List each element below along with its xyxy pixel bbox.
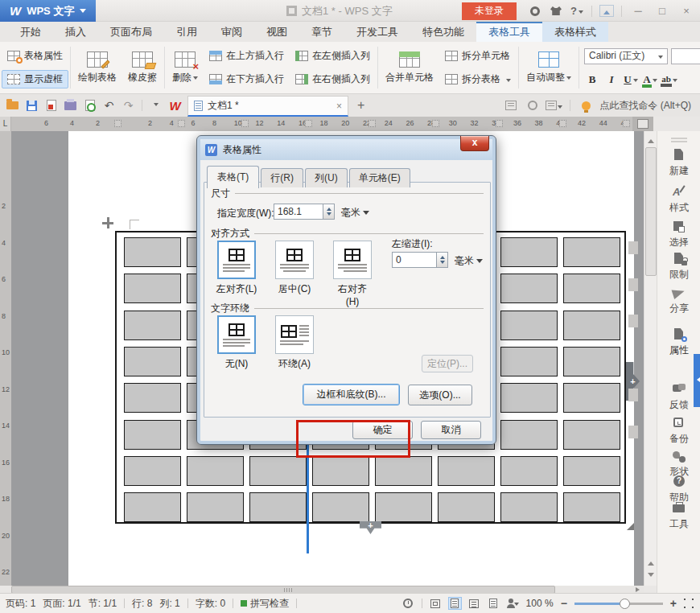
italic-button[interactable]: I bbox=[603, 72, 620, 88]
table-cell[interactable] bbox=[187, 492, 244, 522]
menu-tab-table-style[interactable]: 表格样式 bbox=[542, 22, 608, 42]
merge-cells-button[interactable]: 合并单元格 bbox=[380, 44, 439, 91]
scroll-up-icon[interactable] bbox=[645, 133, 657, 146]
eraser-button[interactable]: 橡皮擦 bbox=[122, 44, 163, 91]
sidebar-item-share[interactable]: 分享 bbox=[657, 286, 700, 315]
table-cell[interactable] bbox=[249, 492, 307, 522]
indent-input[interactable]: 0 bbox=[392, 252, 437, 268]
table-cell[interactable] bbox=[500, 492, 558, 522]
minimize-button[interactable]: ─ bbox=[628, 4, 649, 19]
ruler-toggle-icon[interactable] bbox=[632, 117, 653, 131]
collapse-ribbon-icon[interactable] bbox=[598, 3, 616, 19]
wps-home-icon[interactable]: W bbox=[167, 97, 183, 114]
find-command-hint[interactable]: 点此查找命令 (Alt+Q) bbox=[599, 99, 691, 113]
next-page-icon[interactable] bbox=[645, 570, 657, 582]
underline-button[interactable]: U bbox=[623, 72, 639, 88]
table-cell[interactable] bbox=[500, 456, 558, 486]
table-cell[interactable] bbox=[124, 383, 181, 413]
indent-spinner[interactable] bbox=[437, 252, 448, 268]
table-cell[interactable] bbox=[563, 311, 620, 340]
sidebar-item-shapes[interactable]: 形状 bbox=[657, 450, 700, 479]
panel-icon[interactable] bbox=[502, 97, 519, 114]
table-cell[interactable] bbox=[500, 274, 558, 303]
export-pdf-icon[interactable] bbox=[43, 97, 60, 114]
table-cell[interactable] bbox=[563, 492, 620, 522]
table-cell[interactable] bbox=[312, 492, 369, 522]
menu-tab-home[interactable]: 开始 bbox=[8, 22, 53, 42]
scroll-right-icon[interactable] bbox=[636, 587, 642, 592]
bold-button[interactable]: B bbox=[584, 72, 600, 88]
fit-page-icon[interactable] bbox=[430, 598, 442, 609]
table-cell[interactable] bbox=[375, 456, 432, 486]
dialog-tab-column[interactable]: 列(U) bbox=[305, 168, 348, 187]
zoom-slider[interactable] bbox=[574, 598, 663, 609]
table-cell[interactable] bbox=[500, 383, 558, 413]
spell-check-status[interactable]: 拼写检查 bbox=[241, 597, 289, 611]
menu-tab-dev-tools[interactable]: 开发工具 bbox=[344, 22, 410, 42]
insert-row-above-button[interactable]: 在上方插入行 bbox=[204, 47, 290, 65]
menu-tab-section[interactable]: 章节 bbox=[299, 22, 344, 42]
table-cell[interactable] bbox=[124, 492, 181, 522]
split-table-button[interactable]: 拆分表格 bbox=[439, 70, 517, 88]
table-cell[interactable] bbox=[124, 456, 181, 486]
vip-icon[interactable] bbox=[526, 3, 544, 19]
fullscreen-icon[interactable] bbox=[687, 602, 690, 605]
document-tab[interactable]: 文档1 * × bbox=[187, 96, 348, 117]
autofit-button[interactable]: 自动调整 bbox=[521, 44, 577, 91]
align-right-option[interactable]: 右对齐(H) bbox=[331, 241, 373, 307]
table-cell[interactable] bbox=[124, 237, 181, 267]
print-icon[interactable] bbox=[62, 97, 79, 114]
table-cell[interactable] bbox=[563, 347, 620, 376]
reader-mode-icon[interactable] bbox=[507, 598, 519, 609]
task-pane-handle[interactable] bbox=[694, 354, 700, 407]
sidebar-item-help[interactable]: ?帮助 bbox=[657, 475, 700, 504]
insert-col-left-button[interactable]: 在左侧插入列 bbox=[290, 47, 376, 65]
zoom-in-icon[interactable]: + bbox=[670, 597, 677, 610]
table-cell[interactable] bbox=[124, 347, 181, 376]
close-button[interactable]: × bbox=[676, 4, 697, 19]
table-cell[interactable] bbox=[438, 492, 495, 522]
redo-icon[interactable]: ↷ bbox=[120, 97, 137, 114]
vertical-scroll-thumb[interactable] bbox=[645, 147, 657, 276]
insert-row-handle[interactable]: + bbox=[360, 521, 381, 534]
highlight-color-button[interactable]: ab bbox=[661, 72, 677, 88]
table-cell[interactable] bbox=[375, 492, 432, 522]
sidebar-item-properties[interactable]: 属性 bbox=[657, 328, 700, 357]
font-name-select[interactable]: Calibri (正文) bbox=[584, 48, 668, 64]
horizontal-ruler[interactable]: 6422468101214161820222426283032343638404… bbox=[11, 117, 644, 131]
sidebar-item-restrict-edit[interactable]: 限制 bbox=[657, 253, 700, 282]
font-size-select[interactable] bbox=[671, 48, 700, 64]
table-move-handle[interactable] bbox=[101, 216, 114, 229]
sidebar-item-tools[interactable]: 工具 bbox=[657, 502, 700, 531]
previous-page-icon[interactable] bbox=[645, 555, 657, 568]
tab-stop-selector[interactable]: L bbox=[0, 117, 11, 131]
width-unit-select[interactable]: 毫米 bbox=[341, 206, 369, 220]
word-count-status[interactable]: 字数: 0 bbox=[196, 597, 225, 611]
table-cell[interactable] bbox=[249, 456, 307, 486]
wrap-none-option[interactable]: 无(N) bbox=[216, 315, 257, 371]
open-file-icon[interactable] bbox=[4, 97, 21, 114]
table-options-button[interactable]: 选项(O)... bbox=[408, 385, 472, 405]
menu-tab-review[interactable]: 审阅 bbox=[209, 22, 254, 42]
cancel-button[interactable]: 取消 bbox=[421, 421, 481, 439]
zoom-out-icon[interactable]: − bbox=[561, 597, 567, 610]
split-cells-button[interactable]: 拆分单元格 bbox=[439, 47, 517, 65]
login-button[interactable]: 未登录 bbox=[462, 2, 517, 20]
sidebar-item-new-document[interactable]: 新建 bbox=[657, 149, 700, 178]
save-icon[interactable] bbox=[23, 97, 40, 114]
share-doc-icon[interactable] bbox=[546, 97, 562, 114]
sidebar-grip[interactable] bbox=[671, 138, 687, 139]
insert-col-right-button[interactable]: 在右侧插入列 bbox=[290, 70, 376, 88]
close-tab-icon[interactable]: × bbox=[336, 101, 342, 112]
table-cell[interactable] bbox=[187, 456, 244, 486]
table-cell[interactable] bbox=[312, 456, 369, 486]
table-cell[interactable] bbox=[500, 420, 558, 450]
new-tab-button[interactable]: + bbox=[352, 98, 369, 113]
table-cell[interactable] bbox=[563, 237, 620, 267]
table-cell[interactable] bbox=[124, 311, 181, 340]
table-cell[interactable] bbox=[563, 456, 620, 486]
quickbar-more-icon[interactable] bbox=[147, 97, 164, 114]
menu-tab-insert[interactable]: 插入 bbox=[53, 22, 98, 42]
app-menu-button[interactable]: W WPS 文字 bbox=[0, 0, 96, 22]
table-cell[interactable] bbox=[563, 383, 620, 413]
